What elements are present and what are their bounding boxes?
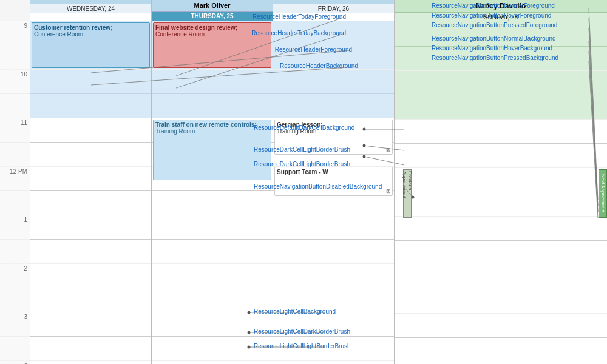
cell-wed-4 — [30, 361, 151, 364]
right-section: Nancy Davolio SUNDAY, 28 Previous Appoin… — [395, 0, 607, 364]
cell-thu-2 — [152, 264, 273, 288]
cell-fri-4 — [273, 361, 394, 364]
time-slot-130 — [0, 240, 30, 264]
appointment-customer-retention[interactable]: Customer retention review; Conference Ro… — [32, 22, 150, 68]
resource-header-row: WEDNESDAY, 24 Mark Oliver THURSDAY, 25 F… — [0, 0, 395, 21]
cell-wed-2 — [30, 264, 151, 288]
nancy-cell-1030 — [395, 95, 607, 120]
cell-wed-11 — [30, 118, 151, 143]
nancy-cell-1130 — [395, 144, 607, 168]
cell-thu-3 — [152, 312, 273, 337]
appt-title-website: Final website design review; — [155, 24, 269, 31]
cell-thu-1 — [152, 215, 273, 240]
day-columns: Customer retention review; Conference Ro… — [30, 21, 395, 364]
nancy-cell-3 — [395, 314, 607, 338]
appointment-german-lesson[interactable]: German lesson; Training Room ⊠ — [274, 120, 393, 155]
cell-fri-330 — [273, 337, 394, 361]
time-slot-11: 11 — [0, 118, 30, 143]
cell-thu-1230 — [152, 191, 273, 215]
resource-col-thu: Mark Oliver THURSDAY, 25 — [152, 0, 273, 21]
time-slot-1: 1 — [0, 215, 30, 240]
appt-icon-german: ⊠ — [386, 147, 391, 153]
resource-col-fri: FRIDAY, 26 — [273, 0, 395, 21]
cell-fri-1 — [273, 215, 394, 240]
nancy-cell-130 — [395, 241, 607, 265]
cell-wed-1030 — [30, 94, 151, 118]
nancy-cell-330 — [395, 338, 607, 362]
cell-fri-930 — [273, 46, 394, 70]
appointment-train-staff[interactable]: Train staff on new remote controls; Trai… — [153, 120, 271, 180]
nancy-cell-1230 — [395, 192, 607, 217]
cell-thu-130 — [152, 240, 273, 264]
nancy-cell-11 — [395, 120, 607, 144]
grid-area: 9 10 11 12 PM 1 2 3 4 — [0, 21, 395, 364]
nancy-cell-10 — [395, 71, 607, 95]
resource-name-wed — [30, 0, 151, 4]
time-gutter-header — [0, 0, 30, 21]
nancy-cell-1 — [395, 217, 607, 241]
resource-col-wed: WEDNESDAY, 24 — [30, 0, 152, 21]
cell-wed-12 — [30, 167, 151, 191]
time-slot-2: 2 — [0, 264, 30, 288]
time-slot-1030 — [0, 94, 30, 118]
time-column: 9 10 11 12 PM 1 2 3 4 — [0, 21, 30, 364]
appt-location-german: Training Room — [277, 128, 390, 135]
nancy-cell-12 — [395, 168, 607, 192]
time-slot-12: 12 PM — [0, 167, 30, 191]
time-slot-1230 — [0, 191, 30, 215]
cell-fri-9 — [273, 21, 394, 46]
cell-wed-3 — [30, 312, 151, 337]
nancy-cell-9 — [395, 22, 607, 47]
appt-title-train: Train staff on new remote controls; — [155, 121, 269, 128]
time-slot-3: 3 — [0, 312, 30, 337]
cell-fri-10 — [273, 70, 394, 94]
time-slot-230 — [0, 288, 30, 312]
appointment-support-team[interactable]: Support Team - W ⊠ — [274, 167, 393, 196]
cell-thu-4 — [152, 361, 273, 364]
date-wed: WEDNESDAY, 24 — [30, 4, 151, 13]
nancy-cell-230 — [395, 289, 607, 314]
resource-name-thu: Mark Oliver — [152, 0, 273, 12]
cell-wed-330 — [30, 337, 151, 361]
appointment-website-design[interactable]: Final website design review; Conference … — [153, 22, 271, 68]
appt-title-retention: Customer retention review; — [34, 24, 148, 31]
time-slot-330 — [0, 337, 30, 361]
cell-wed-130 — [30, 240, 151, 264]
cell-wed-1130 — [30, 143, 151, 167]
appt-location-train: Training Room — [155, 128, 269, 135]
appt-location-website: Conference Room — [155, 31, 269, 38]
appt-location-retention: Conference Room — [34, 31, 148, 38]
next-appointment-button[interactable]: Next Appointment — [599, 169, 607, 218]
resource-name-fri — [273, 0, 394, 4]
cell-fri-230 — [273, 288, 394, 312]
app-container: WEDNESDAY, 24 Mark Oliver THURSDAY, 25 F… — [0, 0, 607, 364]
nancy-cell-2 — [395, 265, 607, 289]
nancy-grid: Previous Appointment Next Appointment — [395, 22, 607, 364]
nancy-header-area: Nancy Davolio SUNDAY, 28 — [395, 0, 607, 22]
time-slot-930 — [0, 46, 30, 70]
cell-fri-1030 — [273, 94, 394, 118]
cell-wed-1 — [30, 215, 151, 240]
cell-thu-230 — [152, 288, 273, 312]
cell-thu-10 — [152, 70, 273, 94]
nancy-cell-930 — [395, 47, 607, 71]
appt-title-german: German lesson; — [277, 121, 390, 128]
time-slot-1130 — [0, 143, 30, 167]
appt-icon-support: ⊠ — [386, 188, 391, 194]
date-fri: FRIDAY, 26 — [273, 4, 394, 13]
cell-wed-230 — [30, 288, 151, 312]
cell-thu-330 — [152, 337, 273, 361]
cell-fri-3 — [273, 312, 394, 337]
date-thu: THURSDAY, 25 — [152, 12, 273, 21]
calendar-section: WEDNESDAY, 24 Mark Oliver THURSDAY, 25 F… — [0, 0, 395, 364]
nancy-date: SUNDAY, 28 — [395, 13, 607, 22]
cell-wed-10 — [30, 70, 151, 94]
day-col-fri: German lesson; Training Room ⊠ Support T… — [273, 21, 395, 364]
prev-appointment-button[interactable]: Previous Appointment — [403, 169, 412, 218]
time-slot-4: 4 — [0, 361, 30, 364]
time-slot-9: 9 — [0, 21, 30, 46]
appt-title-support: Support Team - W — [277, 169, 390, 175]
cell-fri-130 — [273, 240, 394, 264]
day-col-thu: Final website design review; Conference … — [152, 21, 273, 364]
cell-wed-1230 — [30, 191, 151, 215]
